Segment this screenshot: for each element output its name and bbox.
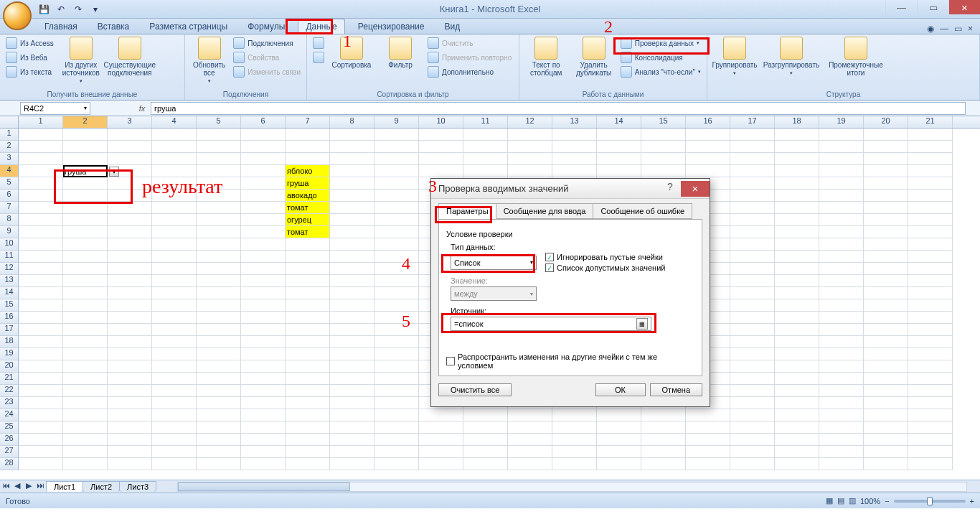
cell[interactable] (686, 141, 730, 153)
row-header[interactable]: 27 (0, 446, 19, 458)
cell[interactable] (819, 336, 864, 348)
cell[interactable] (819, 263, 864, 275)
cell[interactable] (286, 263, 330, 275)
cell[interactable] (908, 397, 953, 409)
cell[interactable] (19, 397, 63, 409)
cell[interactable] (330, 360, 374, 373)
sheet-tab[interactable]: Лист3 (119, 481, 156, 492)
cell[interactable] (775, 385, 819, 397)
cell[interactable] (152, 360, 197, 373)
cell[interactable] (286, 275, 330, 287)
cell[interactable] (241, 129, 286, 141)
cell[interactable] (19, 226, 63, 238)
cell[interactable] (197, 421, 241, 434)
minimize-button[interactable]: — (885, 0, 917, 14)
column-header[interactable]: 4 (152, 116, 197, 128)
cell[interactable] (241, 275, 286, 287)
cell[interactable] (197, 458, 241, 470)
cell[interactable] (908, 446, 953, 458)
cell[interactable] (19, 409, 63, 421)
cell[interactable] (197, 434, 241, 446)
cell[interactable] (241, 263, 286, 275)
cell[interactable] (775, 397, 819, 409)
row-header[interactable]: 1 (0, 129, 19, 141)
cell[interactable] (63, 299, 108, 312)
cell[interactable] (286, 446, 330, 458)
cell[interactable] (63, 141, 108, 153)
cell[interactable] (775, 348, 819, 360)
cell[interactable] (286, 434, 330, 446)
cell[interactable] (864, 129, 908, 141)
cell[interactable] (730, 165, 775, 177)
cell[interactable] (241, 226, 286, 238)
zoom-slider[interactable] (894, 500, 966, 503)
cell[interactable] (19, 434, 63, 446)
row-header[interactable]: 6 (0, 190, 19, 202)
maximize-button[interactable]: ▭ (917, 0, 948, 14)
cell[interactable] (63, 214, 108, 226)
cell[interactable] (374, 153, 419, 165)
cell[interactable] (152, 287, 197, 299)
tab-view[interactable]: Вид (437, 19, 467, 34)
cell[interactable] (864, 141, 908, 153)
cell[interactable] (864, 263, 908, 275)
cell[interactable] (908, 129, 953, 141)
cell[interactable] (152, 129, 197, 141)
cell[interactable] (63, 177, 108, 190)
cell[interactable] (19, 263, 63, 275)
cell[interactable] (775, 421, 819, 434)
cell[interactable] (419, 446, 463, 458)
cell[interactable] (775, 190, 819, 202)
cell[interactable] (730, 299, 775, 312)
cell[interactable] (864, 153, 908, 165)
cell[interactable] (686, 434, 730, 446)
cell[interactable] (241, 324, 286, 336)
row-header[interactable]: 3 (0, 153, 19, 165)
cell[interactable] (374, 312, 419, 324)
tab-home[interactable]: Главная (37, 19, 85, 34)
cell[interactable] (908, 360, 953, 373)
cell[interactable] (108, 360, 152, 373)
sheet-tab[interactable]: Лист2 (83, 481, 120, 492)
cell[interactable] (108, 275, 152, 287)
cell[interactable] (463, 153, 508, 165)
cell[interactable] (864, 165, 908, 177)
cell[interactable] (374, 385, 419, 397)
cell[interactable] (730, 263, 775, 275)
cell[interactable] (197, 251, 241, 263)
save-icon[interactable]: 💾 (37, 3, 50, 16)
cell[interactable] (197, 348, 241, 360)
cell[interactable] (330, 373, 374, 385)
cell[interactable] (552, 446, 597, 458)
cell[interactable] (286, 397, 330, 409)
cell[interactable] (19, 446, 63, 458)
cell[interactable] (241, 251, 286, 263)
cell[interactable] (63, 287, 108, 299)
cell[interactable] (19, 202, 63, 214)
column-header[interactable]: 2 (63, 116, 108, 128)
row-header[interactable]: 13 (0, 275, 19, 287)
cell[interactable] (641, 141, 686, 153)
cell[interactable] (241, 421, 286, 434)
cell[interactable] (241, 360, 286, 373)
cell[interactable] (241, 202, 286, 214)
ignore-blank-checkbox[interactable]: ✓Игнорировать пустые ячейки (545, 253, 665, 261)
row-header[interactable]: 24 (0, 409, 19, 421)
cell[interactable] (19, 360, 63, 373)
cell[interactable] (63, 373, 108, 385)
cell[interactable] (197, 385, 241, 397)
cell[interactable] (330, 263, 374, 275)
cell[interactable] (197, 409, 241, 421)
tab-insert[interactable]: Вставка (90, 19, 137, 34)
cell[interactable] (864, 177, 908, 190)
cell[interactable] (374, 421, 419, 434)
cell[interactable] (108, 263, 152, 275)
cell[interactable] (730, 214, 775, 226)
cell[interactable] (108, 202, 152, 214)
cell[interactable] (330, 299, 374, 312)
cell[interactable] (152, 226, 197, 238)
cell[interactable] (463, 141, 508, 153)
cell[interactable] (197, 202, 241, 214)
cell[interactable] (374, 446, 419, 458)
cell[interactable] (108, 177, 152, 190)
